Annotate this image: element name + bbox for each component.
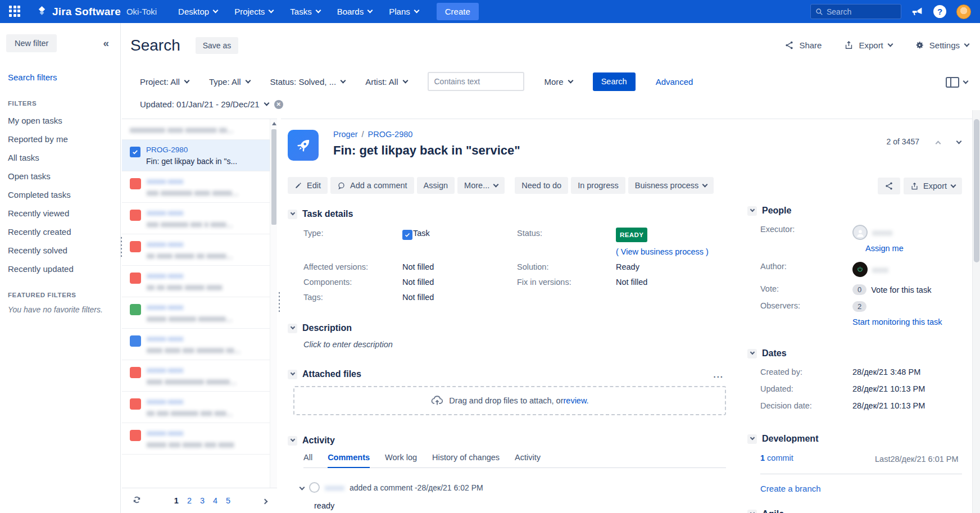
executor-name-redacted[interactable]: xxxxx (872, 228, 892, 237)
author-avatar[interactable] (852, 262, 868, 277)
author-name-redacted[interactable]: xxxx (872, 265, 888, 274)
advanced-search-link[interactable]: Advanced (656, 77, 693, 87)
sidebar-item-recently-solved[interactable]: Recently solved (8, 246, 112, 255)
collapse-section-icon[interactable] (747, 206, 757, 216)
more-filters-dropdown[interactable]: More (545, 77, 573, 87)
tab-activity[interactable]: Activity (515, 453, 541, 462)
export-button[interactable]: Export (844, 40, 892, 50)
collapse-section-icon[interactable] (288, 324, 297, 333)
vote-action[interactable]: Vote for this task (871, 285, 931, 294)
tab-work-log[interactable]: Work log (385, 453, 417, 462)
sidebar-item-reported-by-me[interactable]: Reported by me (8, 134, 112, 144)
create-button[interactable]: Create (437, 3, 479, 20)
list-item[interactable]: xxxxx-xxxxxxx xxxxxxx xxx x xxxx... (122, 203, 277, 234)
collapse-section-icon[interactable] (747, 510, 757, 513)
tab-all[interactable]: All (303, 453, 312, 462)
transition-in-progress-button[interactable]: In progress (571, 177, 625, 194)
executor-avatar[interactable] (852, 225, 868, 240)
view-layout-switcher[interactable] (946, 77, 968, 88)
breadcrumb-issue-key-link[interactable]: PROG-2980 (368, 130, 413, 139)
sidebar-item-open-tasks[interactable]: Open tasks (8, 171, 112, 181)
global-search-input[interactable] (827, 7, 888, 16)
sidebar-item-all-tasks[interactable]: All tasks (8, 153, 112, 162)
tab-comments[interactable]: Comments (328, 453, 370, 462)
nav-menu-desktop[interactable]: Desktop (178, 7, 217, 16)
nav-menu-projects[interactable]: Projects (234, 7, 273, 16)
list-item[interactable]: xxxxx-xxxxxx xxxx xxxxx xx xxxxx... (122, 234, 277, 266)
nav-menu-boards[interactable]: Boards (337, 7, 373, 16)
page-link-5[interactable]: 5 (226, 496, 230, 505)
comment-author-redacted[interactable]: xxxxx (325, 483, 344, 492)
sidebar-item-recently-created[interactable]: Recently created (8, 227, 112, 237)
list-item[interactable]: xxxxx-xxxxxxxxx xxx xxxxx xxx xxxx (122, 423, 277, 455)
review-link[interactable]: review. (563, 396, 588, 405)
help-icon[interactable]: ? (933, 5, 946, 18)
refresh-icon[interactable] (132, 495, 142, 506)
business-process-dropdown[interactable]: Buisness process (628, 177, 714, 194)
issue-key[interactable]: PROG-2980 (146, 146, 237, 154)
breadcrumb-project-link[interactable]: Proger (333, 130, 358, 139)
contains-text-input[interactable] (428, 72, 524, 91)
collapse-sidebar-icon[interactable]: « (99, 37, 112, 49)
settings-button[interactable]: Settings (915, 40, 969, 50)
list-scrollbar[interactable] (270, 119, 277, 488)
announcements-icon[interactable] (911, 6, 923, 17)
nav-menu-plans[interactable]: Plans (389, 7, 419, 16)
app-switcher-icon[interactable] (9, 6, 21, 18)
sidebar-item-recently-updated[interactable]: Recently updated (8, 264, 112, 274)
description-placeholder[interactable]: Click to enter description (303, 340, 732, 349)
sidebar-item-completed-tasks[interactable]: Completed tasks (8, 190, 112, 199)
collapse-section-icon[interactable] (288, 436, 297, 446)
collapse-section-icon[interactable] (288, 210, 297, 219)
sidebar-search-filters-link[interactable]: Search filters (8, 72, 112, 82)
scrollbar-thumb[interactable] (271, 129, 276, 225)
sidebar-resize-handle[interactable] (120, 236, 122, 257)
list-item[interactable]: xxxxx-xxxxxx xxx xxxxxxx xxx xxx... (122, 392, 277, 423)
page-link-4[interactable]: 4 (213, 496, 217, 505)
list-item-partial[interactable]: xxxxxxxxx xxxx xxxxxxxx xx... (122, 119, 277, 140)
nav-menu-tasks[interactable]: Tasks (290, 7, 320, 16)
sidebar-item-my-open-tasks[interactable]: My open tasks (8, 116, 112, 125)
global-search[interactable] (810, 4, 901, 19)
scrollbar-thumb[interactable] (974, 119, 979, 262)
page-link-2[interactable]: 2 (187, 496, 192, 505)
status-filter-dropdown[interactable]: Status: Solved, ... (270, 77, 346, 87)
collapse-section-icon[interactable] (747, 349, 757, 358)
commit-link[interactable]: 1 commit (760, 453, 793, 465)
view-business-process-link[interactable]: ( View business process ) (616, 247, 709, 256)
clear-updated-filter-icon[interactable]: ✕ (274, 100, 283, 109)
attachments-overflow-icon[interactable]: ... (713, 370, 724, 379)
list-item-selected[interactable]: PROG-2980Fin: get likpay back in "s... (122, 140, 277, 171)
list-item[interactable]: xxxxx-xxxxxxxxx xxxxxxx xxxxxxx... (122, 297, 277, 329)
scroll-up-arrow-icon[interactable] (272, 122, 276, 125)
list-item[interactable]: xxxxx-xxxxxxxx xxxxxxxxxx xxxxxx... (122, 360, 277, 392)
create-branch-link[interactable]: Create a branch (760, 484, 962, 493)
transition-need-to-do-button[interactable]: Need to do (515, 177, 568, 194)
assign-button[interactable]: Assign (417, 177, 455, 194)
edit-button[interactable]: Edit (288, 177, 328, 194)
list-resize-handle[interactable] (278, 291, 280, 312)
more-actions-dropdown[interactable]: More... (457, 177, 505, 194)
list-item[interactable]: xxxxx-xxxxxxx xxxxxxxx xxxx xxxxx... (122, 171, 277, 203)
assign-me-link[interactable]: Assign me (865, 244, 962, 253)
page-link-3[interactable]: 3 (200, 496, 205, 505)
collapse-comment-icon[interactable] (300, 483, 304, 492)
collapse-section-icon[interactable] (288, 370, 297, 379)
tab-history-of-changes[interactable]: History of changes (432, 453, 500, 462)
type-filter-dropdown[interactable]: Type: All (209, 77, 250, 87)
add-comment-button[interactable]: Add a comment (330, 177, 414, 194)
list-item[interactable]: xxxxx-xxxxxx xx xxxx xxxxx xxxx (122, 266, 277, 297)
new-filter-button[interactable]: New filter (6, 34, 57, 52)
updated-filter-chip[interactable]: Updated: 01/Jan/21 - 29/Dec/21 (140, 99, 269, 109)
project-filter-dropdown[interactable]: Project: All (140, 77, 189, 87)
share-button[interactable]: Share (784, 40, 822, 50)
page-scrollbar[interactable] (972, 110, 980, 513)
sidebar-item-recently-viewed[interactable]: Recently viewed (8, 208, 112, 218)
user-avatar[interactable] (956, 4, 971, 19)
jira-logo[interactable]: Jira Software Oki-Toki (36, 6, 157, 18)
save-as-button[interactable]: Save as (196, 37, 239, 54)
list-item[interactable]: xxxxx-xxxxxxxx xxxx xxx xxxxxxx xx... (122, 329, 277, 360)
next-page-icon[interactable] (263, 497, 267, 505)
selected-checkbox-icon[interactable] (130, 147, 140, 157)
start-monitoring-link[interactable]: Start monitoring this task (852, 316, 942, 328)
